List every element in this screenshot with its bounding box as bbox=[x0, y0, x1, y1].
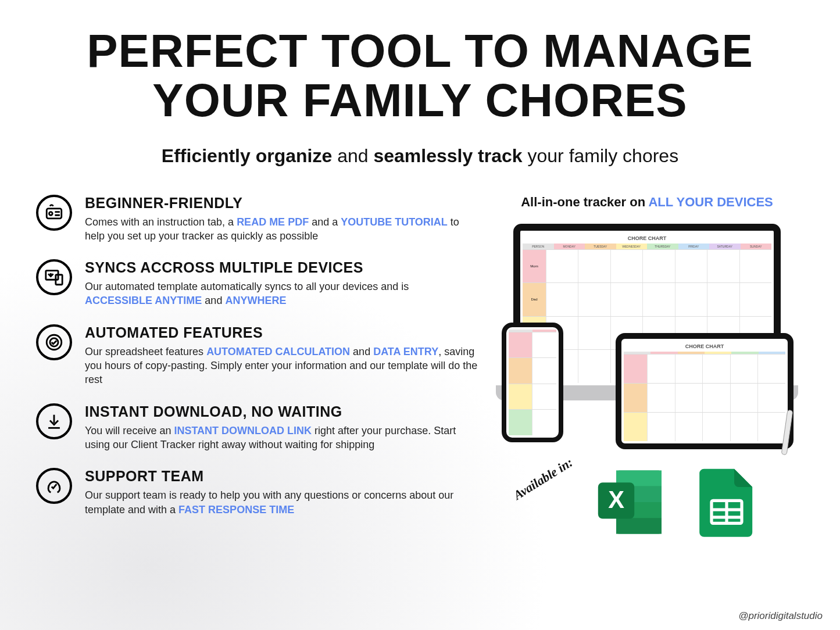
phone-mockup bbox=[502, 323, 563, 442]
svg-point-1 bbox=[49, 212, 53, 215]
svg-rect-10 bbox=[616, 518, 662, 534]
available-label: Available in: bbox=[511, 454, 576, 503]
subheading: Efficiently organize and seamlessly trac… bbox=[36, 145, 804, 167]
feature-automated: AUTOMATED FEATURES Our spreadsheet featu… bbox=[36, 324, 478, 387]
excel-icon: X bbox=[594, 464, 669, 540]
gear-check-icon bbox=[36, 324, 72, 360]
available-in: Available in: X bbox=[490, 464, 804, 540]
feature-beginner: BEGINNER-FRIENDLY Comes with an instruct… bbox=[36, 195, 478, 244]
feature-title: SYNCS ACCROSS MULTIPLE DEVICES bbox=[85, 259, 478, 276]
device-mockups: CHORE CHART PERSON MONDAY TUESDAY WEDNES… bbox=[496, 224, 798, 456]
download-icon bbox=[36, 403, 72, 439]
feature-support: SUPPORT TEAM Our support team is ready t… bbox=[36, 468, 478, 517]
devices-icon bbox=[36, 259, 72, 295]
svg-text:X: X bbox=[608, 486, 624, 513]
feature-title: SUPPORT TEAM bbox=[85, 468, 478, 485]
feature-desc: Our automated template automatically syn… bbox=[85, 280, 478, 308]
instruction-icon bbox=[36, 195, 72, 231]
author-handle: @prioridigitalstudio bbox=[738, 610, 823, 622]
feature-desc: Our support team is ready to help you wi… bbox=[85, 488, 478, 517]
feature-download: INSTANT DOWNLOAD, NO WAITING You will re… bbox=[36, 403, 478, 452]
tablet-mockup: CHORE CHART bbox=[616, 333, 793, 449]
support-icon bbox=[36, 468, 72, 504]
feature-title: BEGINNER-FRIENDLY bbox=[85, 195, 478, 212]
feature-list: BEGINNER-FRIENDLY Comes with an instruct… bbox=[36, 195, 490, 540]
feature-title: INSTANT DOWNLOAD, NO WAITING bbox=[85, 403, 478, 420]
google-sheets-icon bbox=[689, 464, 764, 540]
right-column: All-in-one tracker on ALL YOUR DEVICES C… bbox=[490, 195, 804, 540]
svg-rect-16 bbox=[725, 500, 728, 523]
feature-desc: Our spreadsheet features AUTOMATED CALCU… bbox=[85, 345, 478, 387]
feature-title: AUTOMATED FEATURES bbox=[85, 324, 478, 341]
devices-heading: All-in-one tracker on ALL YOUR DEVICES bbox=[490, 195, 804, 210]
page-title: PERFECT TOOL TO MANAGE YOUR FAMILY CHORE… bbox=[36, 27, 804, 126]
feature-sync: SYNCS ACCROSS MULTIPLE DEVICES Our autom… bbox=[36, 259, 478, 308]
feature-desc: You will receive an INSTANT DOWNLOAD LIN… bbox=[85, 424, 478, 452]
feature-desc: Comes with an instruction tab, a READ ME… bbox=[85, 215, 478, 244]
